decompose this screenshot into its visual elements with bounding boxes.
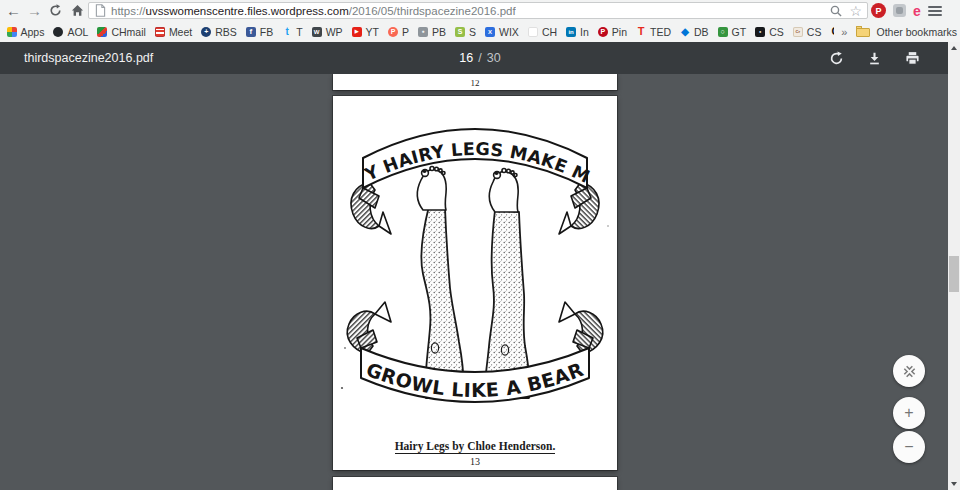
forward-button[interactable]: → [25,0,44,21]
url-host: uvsswomenscentre.files.wordpress.com [146,5,349,17]
bookmark-favicon: in [566,27,576,37]
bookmark-pin[interactable]: P Pin [593,21,631,42]
url-scheme: https:// [111,5,146,17]
back-button[interactable]: ← [4,0,23,21]
page-number-12: 12 [333,78,617,88]
bookmark-label: CS [807,26,822,38]
bookmark-gt[interactable]: ○ GT [713,21,751,42]
scroll-down-arrow[interactable] [948,478,960,490]
caption-text: Hairy Legs by Chloe Henderson. [395,440,556,454]
page-indicator: 16 / 30 [0,42,960,74]
home-icon [71,4,84,17]
bookmark-meet[interactable]: Meet [150,21,196,42]
bookmark-favicon: P [388,27,398,37]
back-icon: ← [6,3,21,18]
bookmark-favicon: ○ [718,27,728,37]
toolbar-actions [828,42,920,74]
rotate-icon [829,51,844,66]
fit-to-page-button[interactable] [893,355,925,387]
bookmark-s[interactable]: S S [451,21,481,42]
scrollbar-thumb[interactable] [949,256,959,292]
bookmarks-right: » Other bookmarks [834,21,957,42]
gray-extension-icon[interactable] [893,4,906,17]
bookmark-cs[interactable]: ● CS [751,21,789,42]
forward-icon: → [27,3,42,18]
bookmark-ch[interactable]: CH [523,21,561,42]
pdf-page-13: MY HAIRY LEGS MAKE ME GROWL LIKE A BEAR … [333,96,617,470]
bookmark-label: Meet [169,26,192,38]
bookmark-favicon [155,27,165,37]
pdf-page-12: 12 [333,74,617,90]
bookmark-cs[interactable]: Cr CS [788,21,826,42]
bookmark-ted[interactable]: T TED [632,21,676,42]
zoom-page-icon[interactable] [830,5,842,17]
bookmark-yt[interactable]: ▶ YT [347,21,383,42]
banner-top-text: MY HAIRY LEGS MAKE ME [333,96,593,187]
bookmark-pb[interactable]: ● PB [414,21,451,42]
scrollbar[interactable] [948,42,960,490]
bookmark-wp[interactable]: W WP [307,21,347,42]
chrome-menu-icon[interactable] [928,6,942,16]
bookmark-favicon [528,27,538,37]
bookmark-label: FB [260,26,273,38]
e-extension-icon[interactable]: e [913,4,921,18]
bookmark-label: RBS [215,26,237,38]
bookmark-label: WIX [499,26,519,38]
bookmark-favicon: Cr [793,27,803,37]
bookmark-db[interactable]: ◆ DB [676,21,714,42]
download-button[interactable] [866,50,882,66]
bookmarks-list: Apps AOL CHmail Meet + RBS f FB t T W WP… [2,21,842,42]
pinterest-extension-icon[interactable]: P [871,3,886,18]
bookmark-label: YT [366,26,379,38]
bookmark-aol[interactable]: AOL [49,21,93,42]
zoom-in-button[interactable]: + [893,397,925,429]
zoom-out-button[interactable]: − [893,431,925,463]
bookmark-label: T [296,26,302,38]
bookmark-fb[interactable]: f FB [241,21,277,42]
other-bookmarks-label[interactable]: Other bookmarks [876,26,957,38]
bookmark-label: AOL [67,26,88,38]
bookmark-label: In [580,26,589,38]
bookmark-favicon: S [455,27,465,37]
bookmark-star-icon[interactable]: ☆ [849,4,862,18]
bookmarks-overflow-chevron[interactable]: » [838,26,850,38]
bookmark-favicon: T [636,27,646,37]
pdf-viewer: 12 [0,74,960,490]
pdf-page-14 [333,477,617,490]
bookmark-favicon: f [246,27,256,37]
bookmark-label: DB [694,26,709,38]
scroll-up-arrow[interactable] [948,42,960,54]
bookmark-in[interactable]: in In [562,21,594,42]
document-icon [95,4,106,17]
bookmark-label: Apps [21,26,45,38]
home-button[interactable] [68,0,87,21]
url-path: /2016/05/thirdspacezine2016.pdf [349,5,516,17]
rotate-button[interactable] [828,50,844,66]
bookmark-favicon: P [598,27,608,37]
bookmark-favicon [7,27,17,37]
bookmark-rbs[interactable]: + RBS [197,21,242,42]
bookmark-label: CS [769,26,784,38]
bookmark-chmail[interactable]: CHmail [93,21,150,42]
down-triangle-icon [951,482,957,486]
reload-button[interactable] [46,0,65,21]
bookmark-label: Pin [612,26,627,38]
address-bar[interactable]: https://uvsswomenscentre.files.wordpress… [88,2,868,19]
up-triangle-icon [951,46,957,50]
svg-text:MY HAIRY LEGS MAKE ME: MY HAIRY LEGS MAKE ME [333,96,593,187]
bookmark-label: TED [650,26,671,38]
bookmark-favicon [53,27,63,37]
bookmark-t[interactable]: t T [278,21,307,42]
bookmark-label: S [469,26,476,38]
bookmark-favicon: X [485,27,495,37]
illustration-caption: Hairy Legs by Chloe Henderson. [333,440,617,452]
bookmark-apps[interactable]: Apps [2,21,49,42]
download-icon [867,51,882,66]
bookmark-favicon: ◆ [680,27,690,37]
bookmark-wix[interactable]: X WIX [481,21,524,42]
print-button[interactable] [904,50,920,66]
fit-to-page-icon [901,363,918,380]
print-icon [905,51,920,66]
bookmark-p[interactable]: P P [384,21,414,42]
pdf-toolbar: thirdspacezine2016.pdf 16 / 30 [0,42,960,74]
